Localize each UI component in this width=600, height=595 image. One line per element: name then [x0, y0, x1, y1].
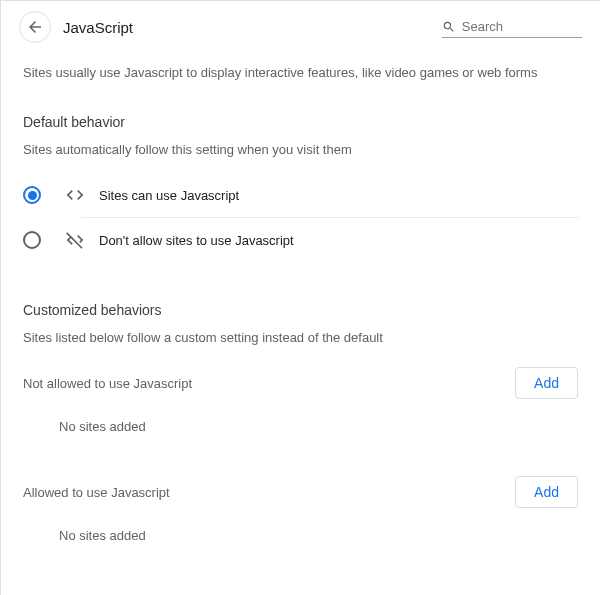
default-behavior-title: Default behavior [23, 114, 578, 130]
not-allowed-row: Not allowed to use Javascript Add [23, 367, 578, 399]
option-allow-javascript[interactable]: Sites can use Javascript [23, 179, 578, 211]
not-allowed-empty: No sites added [23, 399, 578, 454]
search-icon [442, 19, 456, 35]
option-block-javascript[interactable]: Don't allow sites to use Javascript [23, 224, 578, 256]
code-off-icon [65, 230, 85, 250]
radio-allow[interactable] [23, 186, 41, 204]
allowed-empty: No sites added [23, 508, 578, 563]
radio-block[interactable] [23, 231, 41, 249]
search-field[interactable] [442, 17, 582, 38]
arrow-left-icon [26, 18, 44, 36]
intro-text: Sites usually use Javascript to display … [23, 65, 578, 80]
allowed-row: Allowed to use Javascript Add [23, 476, 578, 508]
add-not-allowed-button[interactable]: Add [515, 367, 578, 399]
customized-subtext: Sites listed below follow a custom setti… [23, 330, 578, 345]
option-allow-label: Sites can use Javascript [99, 188, 239, 203]
customized-title: Customized behaviors [23, 302, 578, 318]
allowed-label: Allowed to use Javascript [23, 485, 170, 500]
add-allowed-button[interactable]: Add [515, 476, 578, 508]
default-behavior-subtext: Sites automatically follow this setting … [23, 142, 578, 157]
option-block-label: Don't allow sites to use Javascript [99, 233, 294, 248]
code-icon [65, 185, 85, 205]
page-header: JavaScript [1, 1, 600, 53]
search-input[interactable] [462, 19, 582, 34]
content-area: Sites usually use Javascript to display … [1, 53, 600, 563]
back-button[interactable] [19, 11, 51, 43]
page-title: JavaScript [63, 19, 133, 36]
option-divider [81, 217, 578, 218]
not-allowed-label: Not allowed to use Javascript [23, 376, 192, 391]
